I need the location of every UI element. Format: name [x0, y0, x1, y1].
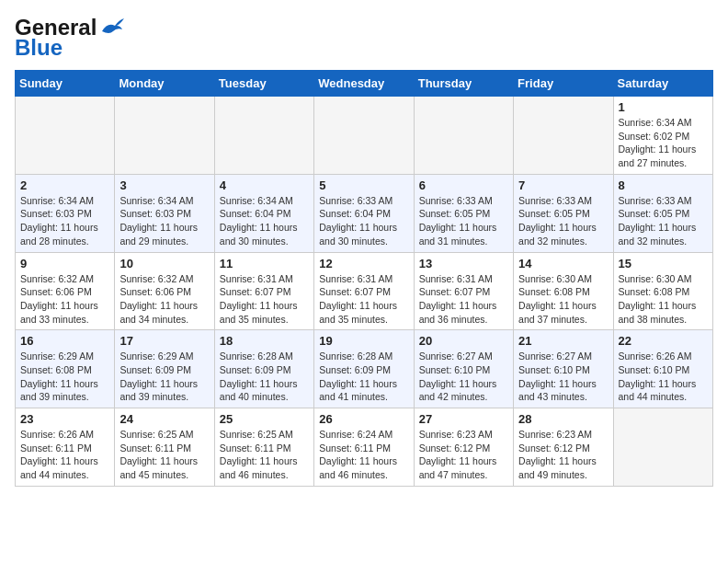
calendar-table: SundayMondayTuesdayWednesdayThursdayFrid… — [15, 70, 713, 487]
day-info: Sunrise: 6:30 AMSunset: 6:08 PMDaylight:… — [619, 272, 708, 327]
day-info: Sunrise: 6:24 AMSunset: 6:11 PMDaylight:… — [319, 428, 408, 482]
calendar-day-cell: 15Sunrise: 6:30 AMSunset: 6:08 PMDayligh… — [613, 252, 712, 330]
calendar-week-row: 2Sunrise: 6:34 AMSunset: 6:03 PMDaylight… — [16, 174, 713, 252]
calendar-day-cell: 5Sunrise: 6:33 AMSunset: 6:04 PMDaylight… — [314, 174, 414, 252]
day-info: Sunrise: 6:32 AMSunset: 6:06 PMDaylight:… — [119, 272, 209, 327]
calendar-day-cell: 28Sunrise: 6:23 AMSunset: 6:12 PMDayligh… — [514, 408, 613, 487]
day-number: 24 — [119, 412, 209, 426]
day-info: Sunrise: 6:29 AMSunset: 6:08 PMDaylight:… — [20, 350, 109, 404]
day-info: Sunrise: 6:25 AMSunset: 6:11 PMDaylight:… — [220, 428, 309, 482]
day-info: Sunrise: 6:32 AMSunset: 6:06 PMDaylight:… — [20, 272, 109, 327]
calendar-day-cell: 7Sunrise: 6:33 AMSunset: 6:05 PMDaylight… — [514, 174, 613, 252]
calendar-week-row: 1Sunrise: 6:34 AMSunset: 6:02 PMDaylight… — [16, 97, 713, 175]
day-number: 4 — [220, 178, 309, 192]
day-info: Sunrise: 6:31 AMSunset: 6:07 PMDaylight:… — [220, 272, 309, 327]
day-number: 9 — [20, 257, 109, 270]
day-info: Sunrise: 6:25 AMSunset: 6:11 PMDaylight:… — [119, 428, 209, 482]
page-header: General Blue — [15, 15, 713, 61]
calendar-day-cell: 23Sunrise: 6:26 AMSunset: 6:11 PMDayligh… — [16, 408, 115, 487]
calendar-header-wednesday: Wednesday — [314, 71, 414, 97]
calendar-day-cell: 26Sunrise: 6:24 AMSunset: 6:11 PMDayligh… — [314, 408, 414, 487]
calendar-day-cell — [214, 97, 313, 175]
day-info: Sunrise: 6:34 AMSunset: 6:03 PMDaylight:… — [20, 194, 109, 248]
calendar-day-cell: 4Sunrise: 6:34 AMSunset: 6:04 PMDaylight… — [214, 174, 313, 252]
day-number: 2 — [20, 178, 109, 192]
calendar-day-cell: 21Sunrise: 6:27 AMSunset: 6:10 PMDayligh… — [514, 330, 613, 408]
day-info: Sunrise: 6:33 AMSunset: 6:04 PMDaylight:… — [319, 194, 408, 248]
calendar-day-cell — [115, 97, 214, 175]
calendar-header-friday: Friday — [514, 71, 613, 97]
day-number: 15 — [619, 257, 708, 270]
day-number: 17 — [119, 334, 209, 348]
day-info: Sunrise: 6:34 AMSunset: 6:02 PMDaylight:… — [619, 116, 708, 170]
calendar-day-cell: 11Sunrise: 6:31 AMSunset: 6:07 PMDayligh… — [214, 252, 313, 330]
day-number: 18 — [220, 334, 309, 348]
day-number: 7 — [518, 178, 608, 192]
calendar-day-cell: 16Sunrise: 6:29 AMSunset: 6:08 PMDayligh… — [16, 330, 115, 408]
day-info: Sunrise: 6:34 AMSunset: 6:04 PMDaylight:… — [220, 194, 309, 248]
day-number: 14 — [518, 257, 608, 270]
day-number: 13 — [419, 257, 508, 270]
day-number: 11 — [220, 257, 309, 270]
calendar-header-thursday: Thursday — [414, 71, 513, 97]
calendar-day-cell: 2Sunrise: 6:34 AMSunset: 6:03 PMDaylight… — [16, 174, 115, 252]
calendar-day-cell: 24Sunrise: 6:25 AMSunset: 6:11 PMDayligh… — [115, 408, 214, 487]
day-info: Sunrise: 6:28 AMSunset: 6:09 PMDaylight:… — [319, 350, 408, 404]
day-number: 22 — [619, 334, 708, 348]
calendar-day-cell: 27Sunrise: 6:23 AMSunset: 6:12 PMDayligh… — [414, 408, 513, 487]
calendar-day-cell: 13Sunrise: 6:31 AMSunset: 6:07 PMDayligh… — [414, 252, 513, 330]
day-number: 1 — [619, 100, 708, 114]
calendar-day-cell: 10Sunrise: 6:32 AMSunset: 6:06 PMDayligh… — [115, 252, 214, 330]
calendar-header-saturday: Saturday — [613, 71, 712, 97]
day-info: Sunrise: 6:33 AMSunset: 6:05 PMDaylight:… — [518, 194, 608, 248]
calendar-week-row: 9Sunrise: 6:32 AMSunset: 6:06 PMDaylight… — [16, 252, 713, 330]
calendar-week-row: 23Sunrise: 6:26 AMSunset: 6:11 PMDayligh… — [16, 408, 713, 487]
day-number: 3 — [119, 178, 209, 192]
calendar-day-cell — [16, 97, 115, 175]
logo-blue: Blue — [15, 35, 63, 61]
calendar-header-sunday: Sunday — [16, 71, 115, 97]
day-number: 28 — [518, 412, 608, 426]
day-info: Sunrise: 6:28 AMSunset: 6:09 PMDaylight:… — [220, 350, 309, 404]
calendar-day-cell: 1Sunrise: 6:34 AMSunset: 6:02 PMDaylight… — [613, 97, 712, 175]
day-info: Sunrise: 6:23 AMSunset: 6:12 PMDaylight:… — [419, 428, 508, 482]
day-number: 21 — [518, 334, 608, 348]
calendar-week-row: 16Sunrise: 6:29 AMSunset: 6:08 PMDayligh… — [16, 330, 713, 408]
calendar-day-cell: 8Sunrise: 6:33 AMSunset: 6:05 PMDaylight… — [613, 174, 712, 252]
day-number: 23 — [20, 412, 109, 426]
calendar-day-cell: 22Sunrise: 6:26 AMSunset: 6:10 PMDayligh… — [613, 330, 712, 408]
calendar-header-tuesday: Tuesday — [214, 71, 313, 97]
day-number: 27 — [419, 412, 508, 426]
calendar-day-cell — [514, 97, 613, 175]
day-info: Sunrise: 6:26 AMSunset: 6:11 PMDaylight:… — [20, 428, 109, 482]
calendar-day-cell: 20Sunrise: 6:27 AMSunset: 6:10 PMDayligh… — [414, 330, 513, 408]
calendar-day-cell — [613, 408, 712, 487]
calendar-day-cell: 25Sunrise: 6:25 AMSunset: 6:11 PMDayligh… — [214, 408, 313, 487]
day-number: 5 — [319, 178, 408, 192]
day-number: 10 — [119, 257, 209, 270]
day-info: Sunrise: 6:33 AMSunset: 6:05 PMDaylight:… — [419, 194, 508, 248]
day-info: Sunrise: 6:29 AMSunset: 6:09 PMDaylight:… — [119, 350, 209, 404]
day-info: Sunrise: 6:31 AMSunset: 6:07 PMDaylight:… — [419, 272, 508, 327]
logo-bird-icon — [100, 18, 124, 37]
day-number: 12 — [319, 257, 408, 270]
calendar-day-cell: 9Sunrise: 6:32 AMSunset: 6:06 PMDaylight… — [16, 252, 115, 330]
calendar-day-cell — [314, 97, 414, 175]
day-info: Sunrise: 6:27 AMSunset: 6:10 PMDaylight:… — [518, 350, 608, 404]
calendar-header-monday: Monday — [115, 71, 214, 97]
day-number: 8 — [619, 178, 708, 192]
day-info: Sunrise: 6:31 AMSunset: 6:07 PMDaylight:… — [319, 272, 408, 327]
calendar-day-cell: 6Sunrise: 6:33 AMSunset: 6:05 PMDaylight… — [414, 174, 513, 252]
calendar-day-cell: 18Sunrise: 6:28 AMSunset: 6:09 PMDayligh… — [214, 330, 313, 408]
day-info: Sunrise: 6:34 AMSunset: 6:03 PMDaylight:… — [119, 194, 209, 248]
logo: General Blue — [15, 15, 124, 61]
calendar-day-cell: 3Sunrise: 6:34 AMSunset: 6:03 PMDaylight… — [115, 174, 214, 252]
calendar-day-cell — [414, 97, 513, 175]
day-info: Sunrise: 6:26 AMSunset: 6:10 PMDaylight:… — [619, 350, 708, 404]
calendar-day-cell: 14Sunrise: 6:30 AMSunset: 6:08 PMDayligh… — [514, 252, 613, 330]
day-number: 19 — [319, 334, 408, 348]
calendar-day-cell: 12Sunrise: 6:31 AMSunset: 6:07 PMDayligh… — [314, 252, 414, 330]
day-number: 25 — [220, 412, 309, 426]
calendar-day-cell: 19Sunrise: 6:28 AMSunset: 6:09 PMDayligh… — [314, 330, 414, 408]
day-number: 20 — [419, 334, 508, 348]
